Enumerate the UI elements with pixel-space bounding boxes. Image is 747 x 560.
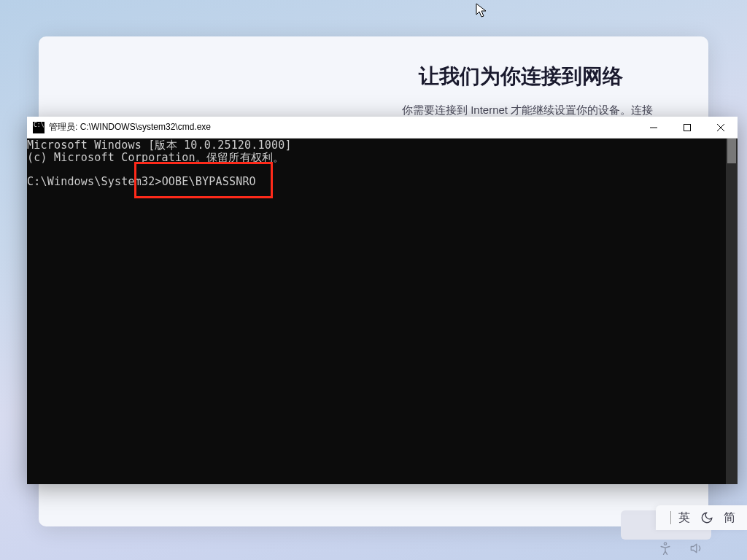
- mouse-cursor-icon: [476, 3, 489, 19]
- cmd-prompt: C:\Windows\System32>: [27, 175, 162, 188]
- cmd-typed-command: OOBE\BYPASSNRO: [162, 175, 256, 188]
- cmd-banner-line2: (c) Microsoft Corporation。保留所有权利。: [27, 151, 284, 164]
- volume-icon[interactable]: [689, 541, 703, 556]
- maximize-button[interactable]: [670, 117, 704, 139]
- cmd-banner-line1: Microsoft Windows [版本 10.0.25120.1000]: [27, 139, 292, 152]
- close-button[interactable]: [704, 117, 738, 139]
- cmd-terminal-body[interactable]: Microsoft Windows [版本 10.0.25120.1000] (…: [27, 139, 738, 484]
- svg-rect-1: [684, 124, 691, 131]
- cmd-window: 管理员: C:\WINDOWS\system32\cmd.exe Microso…: [27, 117, 738, 484]
- oobe-subtitle: 你需要连接到 Internet 才能继续设置你的设备。连接: [402, 104, 653, 117]
- accessibility-icon[interactable]: [658, 541, 673, 556]
- cmd-icon: [33, 122, 44, 133]
- ime-separator: [670, 511, 671, 524]
- cmd-title-prefix: 管理员:: [49, 122, 80, 132]
- cmd-title-path: C:\WINDOWS\system32\cmd.exe: [80, 122, 211, 132]
- system-tray: [658, 541, 703, 556]
- ime-indicator-strip[interactable]: 英 简: [656, 505, 747, 530]
- maximize-icon: [684, 124, 691, 131]
- cmd-scrollbar-thumb[interactable]: [727, 139, 736, 163]
- cmd-scrollbar[interactable]: [726, 139, 738, 484]
- close-icon: [717, 124, 724, 131]
- cmd-titlebar[interactable]: 管理员: C:\WINDOWS\system32\cmd.exe: [27, 117, 738, 139]
- cmd-window-title: 管理员: C:\WINDOWS\system32\cmd.exe: [49, 121, 637, 133]
- ime-lang-indicator[interactable]: 英: [678, 510, 690, 526]
- moon-icon[interactable]: [700, 511, 713, 524]
- ime-mode-indicator[interactable]: 简: [724, 510, 735, 526]
- oobe-title: 让我们为你连接到网络: [419, 63, 623, 90]
- minimize-button[interactable]: [637, 117, 670, 139]
- minimize-icon: [650, 124, 657, 131]
- svg-point-4: [664, 542, 666, 545]
